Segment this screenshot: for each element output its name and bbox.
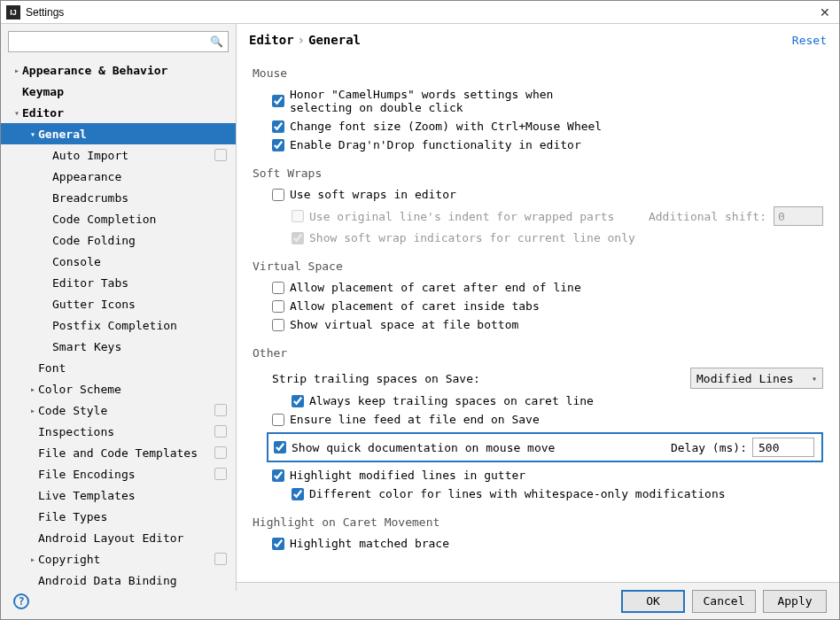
tree-live-templates[interactable]: ▸Live Templates — [1, 484, 236, 506]
lbl-orig-indent: Use original line's indent for wrapped p… — [309, 210, 614, 223]
tree-postfix-completion[interactable]: Postfix Completion — [1, 314, 236, 336]
tree-label: Gutter Icons — [52, 298, 136, 311]
tree-label: Keymap — [22, 85, 64, 98]
help-icon[interactable]: ? — [13, 593, 29, 609]
tree-label: Editor — [22, 106, 64, 120]
tree-label: Editor Tabs — [52, 276, 128, 290]
tree-console[interactable]: Console — [1, 251, 236, 272]
lbl-at-bottom: Show virtual space at file bottom — [290, 318, 518, 331]
section-mouse: Mouse — [253, 66, 823, 80]
breadcrumb-general: General — [308, 33, 361, 47]
tree-label: Code Completion — [52, 213, 156, 226]
chk-matched-brace[interactable] — [272, 538, 284, 550]
tree-label: Android Layout Editor — [38, 531, 183, 545]
apply-button[interactable]: Apply — [763, 590, 827, 613]
ok-button[interactable]: OK — [621, 590, 685, 613]
chk-quick-doc[interactable] — [274, 441, 286, 453]
tree-font[interactable]: ▸Font — [1, 357, 236, 378]
chk-ensure-lf[interactable] — [272, 414, 284, 426]
settings-tree[interactable]: ▸Appearance & Behavior ▸Keymap ▾Editor ▾… — [1, 56, 236, 591]
tree-file-encodings[interactable]: ▸File Encodings — [1, 463, 236, 484]
tree-label: Breadcrumbs — [52, 191, 128, 205]
tree-android-data-binding[interactable]: ▸Android Data Binding — [1, 570, 236, 591]
tree-editor[interactable]: ▾Editor — [1, 102, 236, 123]
app-icon: IJ — [6, 5, 20, 19]
tree-appearance-sub[interactable]: Appearance — [1, 166, 236, 187]
tree-smart-keys[interactable]: Smart Keys — [1, 336, 236, 357]
lbl-keep-caret: Always keep trailing spaces on caret lin… — [309, 394, 594, 407]
tree-android-layout-editor[interactable]: ▸Android Layout Editor — [1, 527, 236, 548]
search-icon: 🔍 — [210, 35, 223, 48]
lbl-additional-shift: Additional shift: — [649, 210, 766, 223]
chk-dnd[interactable] — [272, 139, 284, 151]
project-badge-icon — [214, 468, 227, 480]
chk-camelhumps[interactable] — [272, 95, 284, 107]
chk-indicators — [292, 232, 304, 244]
chk-softwrap[interactable] — [272, 189, 284, 201]
tree-label: Console — [52, 255, 101, 268]
tree-keymap[interactable]: ▸Keymap — [1, 81, 236, 102]
lbl-dnd: Enable Drag'n'Drop functionality in edit… — [290, 138, 581, 151]
tree-copyright[interactable]: ▸Copyright — [1, 548, 236, 570]
chk-orig-indent — [292, 210, 304, 222]
lbl-matched-brace: Highlight matched brace — [290, 537, 449, 550]
settings-detail-pane: Editor › General Reset Mouse Honor "Came… — [237, 24, 839, 591]
cancel-button[interactable]: Cancel — [692, 590, 756, 613]
tree-inspections[interactable]: ▸Inspections — [1, 421, 236, 442]
tree-code-style[interactable]: ▸Code Style — [1, 399, 236, 421]
tree-gutter-icons[interactable]: Gutter Icons — [1, 293, 236, 314]
lbl-ensure-lf: Ensure line feed at file end on Save — [290, 413, 540, 426]
lbl-delay: Delay (ms): — [671, 441, 747, 454]
section-virtualspace: Virtual Space — [253, 260, 823, 273]
tree-label: Smart Keys — [52, 340, 121, 353]
breadcrumb: Editor › General Reset — [237, 24, 839, 54]
chk-diff-ws[interactable] — [292, 488, 304, 500]
tree-appearance-behavior[interactable]: ▸Appearance & Behavior — [1, 59, 236, 81]
lbl-highlight-modified: Highlight modified lines in gutter — [290, 469, 525, 482]
input-delay[interactable] — [752, 438, 814, 457]
tree-color-scheme[interactable]: ▸Color Scheme — [1, 378, 236, 399]
chk-inside-tabs[interactable] — [272, 300, 284, 313]
lbl-after-eol: Allow placement of caret after end of li… — [290, 281, 581, 294]
tree-label: Font — [38, 361, 66, 375]
lbl-softwrap: Use soft wraps in editor — [290, 188, 456, 201]
tree-label: Android Data Binding — [38, 574, 177, 587]
breadcrumb-editor[interactable]: Editor — [249, 33, 294, 47]
chk-zoom[interactable] — [272, 120, 284, 133]
project-badge-icon — [214, 404, 227, 416]
tree-breadcrumbs[interactable]: Breadcrumbs — [1, 187, 236, 208]
chk-at-bottom[interactable] — [272, 319, 284, 331]
input-additional-shift — [774, 206, 823, 226]
titlebar: IJ Settings ✕ — [1, 1, 839, 24]
tree-label: File Types — [38, 510, 107, 523]
chk-highlight-modified[interactable] — [272, 469, 284, 482]
lbl-diff-ws: Different color for lines with whitespac… — [309, 487, 726, 500]
tree-code-folding[interactable]: Code Folding — [1, 229, 236, 251]
tree-label: Code Style — [38, 404, 107, 417]
tree-label: Code Folding — [52, 234, 136, 247]
chk-after-eol[interactable] — [272, 282, 284, 294]
tree-label: Appearance & Behavior — [22, 64, 167, 77]
project-badge-icon — [214, 446, 227, 459]
tree-label: Copyright — [38, 553, 100, 566]
reset-link[interactable]: Reset — [792, 34, 827, 47]
tree-general[interactable]: ▾General — [1, 123, 236, 144]
tree-file-code-templates[interactable]: ▸File and Code Templates — [1, 442, 236, 463]
close-icon[interactable]: ✕ — [816, 5, 834, 19]
tree-auto-import[interactable]: Auto Import — [1, 144, 236, 166]
highlighted-quick-doc-row: Show quick documentation on mouse move D… — [267, 432, 823, 462]
window-title: Settings — [26, 6, 64, 19]
lbl-quick-doc: Show quick documentation on mouse move — [292, 441, 555, 454]
breadcrumb-sep: › — [298, 33, 305, 47]
section-highlight-caret: Highlight on Caret Movement — [253, 515, 823, 529]
settings-tree-pane: 🔍 ▸Appearance & Behavior ▸Keymap ▾Editor… — [1, 24, 237, 591]
tree-file-types[interactable]: ▸File Types — [1, 506, 236, 527]
tree-editor-tabs[interactable]: Editor Tabs — [1, 272, 236, 293]
select-strip[interactable]: Modified Lines ▾ — [690, 368, 823, 389]
tree-code-completion[interactable]: Code Completion — [1, 208, 236, 229]
tree-label: File Encodings — [38, 468, 136, 481]
search-input[interactable] — [8, 31, 229, 52]
chevron-down-icon: ▾ — [812, 374, 817, 384]
chk-keep-caret[interactable] — [292, 395, 304, 407]
tree-label: Inspections — [38, 425, 114, 438]
